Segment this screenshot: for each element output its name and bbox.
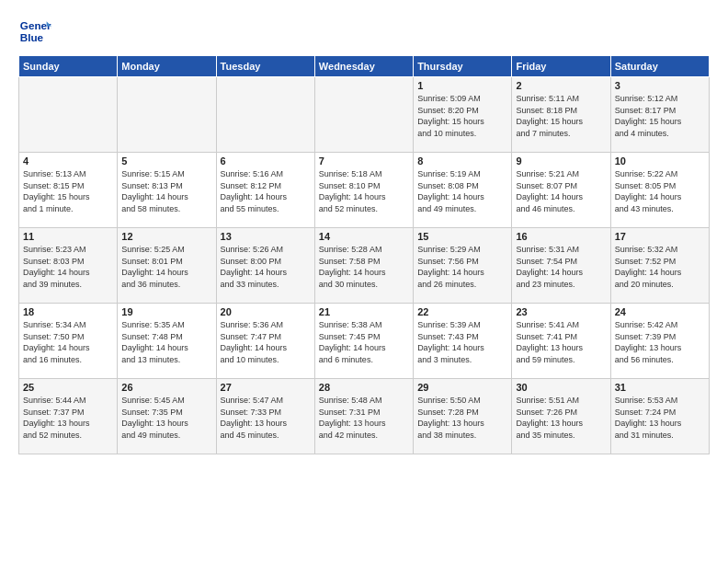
calendar-cell: 18Sunrise: 5:34 AM Sunset: 7:50 PM Dayli… xyxy=(19,304,118,379)
day-number: 31 xyxy=(615,382,705,393)
calendar-cell xyxy=(216,77,314,153)
weekday-friday: Friday xyxy=(512,56,610,77)
day-number: 25 xyxy=(23,382,113,393)
day-info: Sunrise: 5:50 AM Sunset: 7:28 PM Dayligh… xyxy=(417,395,507,441)
day-number: 6 xyxy=(221,155,311,167)
calendar-cell: 6Sunrise: 5:16 AM Sunset: 8:12 PM Daylig… xyxy=(216,153,314,228)
calendar-cell: 7Sunrise: 5:18 AM Sunset: 8:10 PM Daylig… xyxy=(314,153,413,228)
calendar-cell: 2Sunrise: 5:11 AM Sunset: 8:18 PM Daylig… xyxy=(512,77,610,153)
weekday-monday: Monday xyxy=(118,56,216,77)
day-info: Sunrise: 5:23 AM Sunset: 8:03 PM Dayligh… xyxy=(23,244,113,290)
day-info: Sunrise: 5:25 AM Sunset: 8:01 PM Dayligh… xyxy=(121,244,211,290)
day-info: Sunrise: 5:18 AM Sunset: 8:10 PM Dayligh… xyxy=(319,168,409,214)
day-info: Sunrise: 5:45 AM Sunset: 7:35 PM Dayligh… xyxy=(121,395,211,441)
calendar-table: SundayMondayTuesdayWednesdayThursdayFrid… xyxy=(18,55,710,454)
week-row-1: 1Sunrise: 5:09 AM Sunset: 8:20 PM Daylig… xyxy=(19,77,710,153)
day-number: 16 xyxy=(516,231,606,242)
day-number: 8 xyxy=(417,155,507,167)
calendar-cell: 5Sunrise: 5:15 AM Sunset: 8:13 PM Daylig… xyxy=(118,153,216,228)
day-info: Sunrise: 5:12 AM Sunset: 8:17 PM Dayligh… xyxy=(615,93,705,139)
calendar-cell: 3Sunrise: 5:12 AM Sunset: 8:17 PM Daylig… xyxy=(610,77,709,153)
calendar-cell: 17Sunrise: 5:32 AM Sunset: 7:52 PM Dayli… xyxy=(610,228,709,304)
week-row-2: 4Sunrise: 5:13 AM Sunset: 8:15 PM Daylig… xyxy=(19,153,710,228)
day-info: Sunrise: 5:11 AM Sunset: 8:18 PM Dayligh… xyxy=(516,93,606,139)
calendar-cell: 8Sunrise: 5:19 AM Sunset: 8:08 PM Daylig… xyxy=(414,153,512,228)
calendar-cell xyxy=(118,77,216,153)
calendar-cell: 11Sunrise: 5:23 AM Sunset: 8:03 PM Dayli… xyxy=(19,228,118,304)
day-number: 18 xyxy=(23,306,113,317)
day-number: 24 xyxy=(615,306,705,317)
calendar-cell xyxy=(314,77,413,153)
weekday-tuesday: Tuesday xyxy=(216,56,314,77)
day-number: 14 xyxy=(319,231,409,242)
weekday-header-row: SundayMondayTuesdayWednesdayThursdayFrid… xyxy=(19,56,710,77)
calendar-cell: 31Sunrise: 5:53 AM Sunset: 7:24 PM Dayli… xyxy=(610,379,709,454)
day-info: Sunrise: 5:48 AM Sunset: 7:31 PM Dayligh… xyxy=(319,395,409,441)
day-info: Sunrise: 5:13 AM Sunset: 8:15 PM Dayligh… xyxy=(23,168,113,214)
day-number: 15 xyxy=(417,231,507,242)
calendar-cell: 14Sunrise: 5:28 AM Sunset: 7:58 PM Dayli… xyxy=(314,228,413,304)
calendar-cell: 22Sunrise: 5:39 AM Sunset: 7:43 PM Dayli… xyxy=(414,304,512,379)
calendar-cell: 4Sunrise: 5:13 AM Sunset: 8:15 PM Daylig… xyxy=(19,153,118,228)
calendar-cell: 29Sunrise: 5:50 AM Sunset: 7:28 PM Dayli… xyxy=(414,379,512,454)
day-number: 30 xyxy=(516,382,606,393)
day-info: Sunrise: 5:22 AM Sunset: 8:05 PM Dayligh… xyxy=(615,168,705,214)
day-info: Sunrise: 5:26 AM Sunset: 8:00 PM Dayligh… xyxy=(221,244,311,290)
day-info: Sunrise: 5:53 AM Sunset: 7:24 PM Dayligh… xyxy=(615,395,705,441)
calendar-cell: 10Sunrise: 5:22 AM Sunset: 8:05 PM Dayli… xyxy=(610,153,709,228)
day-number: 11 xyxy=(23,231,113,242)
calendar-cell: 12Sunrise: 5:25 AM Sunset: 8:01 PM Dayli… xyxy=(118,228,216,304)
day-info: Sunrise: 5:16 AM Sunset: 8:12 PM Dayligh… xyxy=(221,168,311,214)
day-number: 13 xyxy=(221,231,311,242)
week-row-5: 25Sunrise: 5:44 AM Sunset: 7:37 PM Dayli… xyxy=(19,379,710,454)
day-info: Sunrise: 5:36 AM Sunset: 7:47 PM Dayligh… xyxy=(221,319,311,365)
calendar-cell: 21Sunrise: 5:38 AM Sunset: 7:45 PM Dayli… xyxy=(314,304,413,379)
calendar-cell: 25Sunrise: 5:44 AM Sunset: 7:37 PM Dayli… xyxy=(19,379,118,454)
weekday-thursday: Thursday xyxy=(414,56,512,77)
day-info: Sunrise: 5:38 AM Sunset: 7:45 PM Dayligh… xyxy=(319,319,409,365)
calendar-cell: 24Sunrise: 5:42 AM Sunset: 7:39 PM Dayli… xyxy=(610,304,709,379)
calendar-cell: 20Sunrise: 5:36 AM Sunset: 7:47 PM Dayli… xyxy=(216,304,314,379)
day-number: 23 xyxy=(516,306,606,317)
day-number: 26 xyxy=(121,382,211,393)
calendar-cell: 16Sunrise: 5:31 AM Sunset: 7:54 PM Dayli… xyxy=(512,228,610,304)
calendar-cell: 23Sunrise: 5:41 AM Sunset: 7:41 PM Dayli… xyxy=(512,304,610,379)
day-number: 4 xyxy=(23,155,113,167)
calendar-cell xyxy=(19,77,118,153)
day-number: 22 xyxy=(417,306,507,317)
calendar-cell: 27Sunrise: 5:47 AM Sunset: 7:33 PM Dayli… xyxy=(216,379,314,454)
day-number: 3 xyxy=(615,80,705,91)
day-info: Sunrise: 5:51 AM Sunset: 7:26 PM Dayligh… xyxy=(516,395,606,441)
logo: General Blue xyxy=(18,15,51,48)
day-number: 17 xyxy=(615,231,705,242)
day-number: 1 xyxy=(417,80,507,91)
day-number: 12 xyxy=(121,231,211,242)
calendar-cell: 19Sunrise: 5:35 AM Sunset: 7:48 PM Dayli… xyxy=(118,304,216,379)
weekday-saturday: Saturday xyxy=(610,56,709,77)
calendar-cell: 30Sunrise: 5:51 AM Sunset: 7:26 PM Dayli… xyxy=(512,379,610,454)
calendar-cell: 26Sunrise: 5:45 AM Sunset: 7:35 PM Dayli… xyxy=(118,379,216,454)
day-number: 2 xyxy=(516,80,606,91)
calendar-cell: 13Sunrise: 5:26 AM Sunset: 8:00 PM Dayli… xyxy=(216,228,314,304)
header: General Blue xyxy=(18,15,710,48)
week-row-3: 11Sunrise: 5:23 AM Sunset: 8:03 PM Dayli… xyxy=(19,228,710,304)
weekday-sunday: Sunday xyxy=(19,56,118,77)
day-number: 5 xyxy=(121,155,211,167)
day-number: 29 xyxy=(417,382,507,393)
day-number: 10 xyxy=(615,155,705,167)
day-number: 20 xyxy=(221,306,311,317)
calendar-cell: 1Sunrise: 5:09 AM Sunset: 8:20 PM Daylig… xyxy=(414,77,512,153)
calendar-cell: 9Sunrise: 5:21 AM Sunset: 8:07 PM Daylig… xyxy=(512,153,610,228)
logo-icon: General Blue xyxy=(18,15,51,48)
day-info: Sunrise: 5:35 AM Sunset: 7:48 PM Dayligh… xyxy=(121,319,211,365)
day-number: 28 xyxy=(319,382,409,393)
week-row-4: 18Sunrise: 5:34 AM Sunset: 7:50 PM Dayli… xyxy=(19,304,710,379)
day-info: Sunrise: 5:32 AM Sunset: 7:52 PM Dayligh… xyxy=(615,244,705,290)
day-number: 7 xyxy=(319,155,409,167)
day-info: Sunrise: 5:44 AM Sunset: 7:37 PM Dayligh… xyxy=(23,395,113,441)
calendar-cell: 28Sunrise: 5:48 AM Sunset: 7:31 PM Dayli… xyxy=(314,379,413,454)
day-info: Sunrise: 5:09 AM Sunset: 8:20 PM Dayligh… xyxy=(417,93,507,139)
day-info: Sunrise: 5:47 AM Sunset: 7:33 PM Dayligh… xyxy=(221,395,311,441)
day-info: Sunrise: 5:31 AM Sunset: 7:54 PM Dayligh… xyxy=(516,244,606,290)
day-number: 9 xyxy=(516,155,606,167)
